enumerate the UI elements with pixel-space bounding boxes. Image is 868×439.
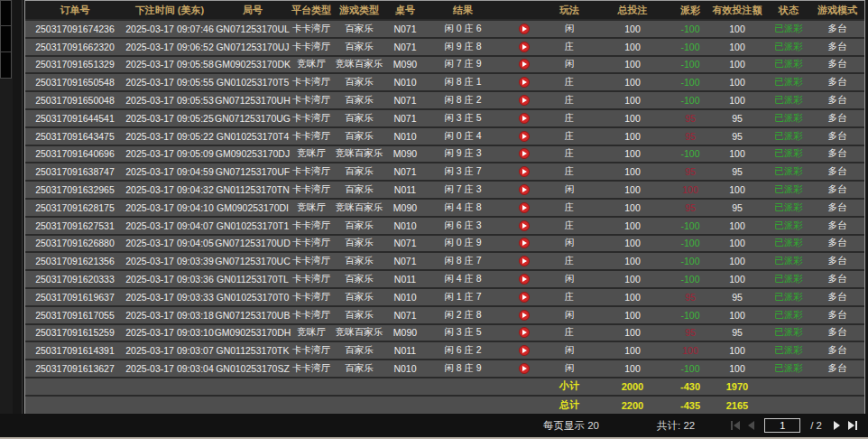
cell-valid-bet: 100 — [707, 236, 767, 252]
cell-payout: -100 — [673, 218, 707, 234]
cell-bet-method: 闲 — [547, 307, 592, 323]
cell-round-number: GM090253170DJ — [215, 146, 291, 163]
cell-total-bet: 100 — [592, 21, 673, 37]
prev-page-button[interactable] — [748, 421, 754, 430]
panel-divider — [22, 0, 23, 414]
cell-payout: 95 — [673, 128, 707, 145]
play-video-button[interactable] — [519, 131, 530, 142]
col-header-valid-bet: 有效投注额 — [707, 1, 767, 19]
cell-game-mode: 多台 — [810, 163, 864, 180]
play-icon — [522, 61, 527, 67]
play-video-button[interactable] — [519, 327, 530, 338]
play-video-button[interactable] — [519, 345, 530, 356]
table-row: 250317091650548 2025-03-17 09:05:55 GN01… — [25, 74, 864, 92]
cell-total-bet: 100 — [592, 325, 673, 341]
play-video-button[interactable] — [519, 310, 530, 321]
cell-valid-bet: 100 — [707, 182, 767, 198]
cell-order-number: 250317091620333 — [25, 271, 125, 287]
first-page-button[interactable] — [731, 421, 740, 430]
cell-table-number: N011 — [386, 342, 424, 359]
cell-bet-method: 闲 — [547, 342, 592, 359]
play-video-button[interactable] — [519, 202, 530, 213]
cell-game-mode: 多台 — [810, 307, 864, 323]
play-video-button[interactable] — [519, 256, 530, 266]
play-icon — [522, 26, 527, 32]
table-row: 250317091619637 2025-03-17 09:03:33 GN01… — [25, 289, 864, 307]
cell-platform: 卡卡湾厅 — [291, 92, 332, 108]
cell-round-number: GN071253170UJ — [215, 39, 291, 55]
play-video-button[interactable] — [519, 274, 530, 285]
page-total-label: / 2 — [810, 420, 822, 431]
cell-order-number: 250317091674236 — [25, 21, 125, 37]
cell-round-number: GN010253170T0 — [215, 289, 291, 305]
cell-round-number: GN011253170TN — [215, 182, 291, 198]
play-video-button[interactable] — [519, 23, 530, 34]
play-video-button[interactable] — [519, 166, 530, 177]
cell-payout: 100 — [673, 182, 707, 198]
play-video-button[interactable] — [519, 59, 530, 70]
table-row: 250317091651329 2025-03-17 09:05:58 GM09… — [25, 57, 864, 75]
cell-platform: 卡卡湾厅 — [291, 182, 332, 198]
cell-play — [502, 74, 547, 90]
cell-order-number: 250317091619637 — [25, 289, 125, 305]
cell-game-type: 百家乐 — [332, 39, 386, 55]
cell-game-type: 竞咪百家乐 — [332, 200, 386, 216]
subtotal-valid-bet: 1970 — [707, 378, 767, 395]
cell-platform: 卡卡湾厅 — [291, 128, 332, 145]
cell-platform: 竞咪厅 — [291, 325, 332, 341]
cell-table-number: N071 — [386, 253, 424, 269]
last-page-button[interactable] — [848, 421, 857, 430]
play-video-button[interactable] — [519, 220, 530, 231]
next-page-button[interactable] — [834, 421, 840, 430]
cell-game-mode: 多台 — [810, 21, 864, 37]
cell-status: 已派彩 — [767, 271, 810, 287]
cell-table-number: N071 — [386, 163, 424, 180]
cell-game-mode: 多台 — [810, 110, 864, 126]
play-icon — [522, 223, 527, 229]
play-video-button[interactable] — [519, 95, 530, 106]
next-page-icon — [834, 421, 840, 430]
cell-game-type: 百家乐 — [332, 271, 386, 287]
col-header-round: 局号 — [215, 1, 291, 19]
cell-status: 已派彩 — [767, 39, 810, 55]
play-video-button[interactable] — [519, 113, 530, 124]
grand-total-payout: -435 — [673, 397, 707, 415]
cell-round-number: GN010253170T4 — [215, 128, 291, 145]
cell-platform: 竞咪厅 — [291, 146, 332, 163]
records-table: 订单号 下注时间 (美东) 局号 平台类型 游戏类型 桌号 结果 玩法 总投注 … — [24, 0, 865, 414]
play-video-button[interactable] — [519, 148, 530, 159]
cell-table-number: M090 — [386, 146, 424, 163]
cell-valid-bet: 95 — [707, 200, 767, 216]
cell-order-number: 250317091628175 — [25, 200, 125, 216]
cell-bet-method: 庄 — [547, 218, 592, 234]
play-video-button[interactable] — [519, 42, 530, 52]
subtotal-empty — [767, 378, 810, 395]
cell-game-mode: 多台 — [810, 39, 864, 55]
play-video-button[interactable] — [519, 363, 530, 374]
cell-round-number: GN071253170UB — [215, 307, 291, 323]
page-number-input[interactable] — [764, 418, 800, 433]
cell-platform: 卡卡湾厅 — [291, 218, 332, 234]
cell-valid-bet: 95 — [707, 128, 767, 145]
cell-game-mode: 多台 — [810, 128, 864, 145]
cell-total-bet: 100 — [592, 57, 673, 73]
cell-game-mode: 多台 — [810, 289, 864, 305]
cell-result: 闲 7 庄 3 — [424, 182, 502, 198]
cell-play — [502, 21, 547, 37]
cell-result: 闲 6 庄 3 — [424, 218, 502, 234]
play-video-button[interactable] — [519, 184, 530, 195]
play-video-button[interactable] — [519, 77, 530, 88]
cell-status: 已派彩 — [767, 74, 810, 90]
subtotal-row: 小计 2000 -430 1970 — [25, 378, 864, 397]
play-video-button[interactable] — [519, 292, 530, 303]
cell-status: 已派彩 — [767, 218, 810, 234]
cell-platform: 卡卡湾厅 — [291, 21, 332, 37]
table-row: 250317091627531 2025-03-17 09:04:07 GN01… — [25, 218, 864, 236]
cell-game-mode: 多台 — [810, 342, 864, 359]
cell-table-number: M090 — [386, 200, 424, 216]
col-header-time: 下注时间 (美东) — [125, 1, 215, 19]
cell-round-number: GM090253170DK — [215, 57, 291, 73]
cell-status: 已派彩 — [767, 360, 810, 377]
play-video-button[interactable] — [519, 238, 530, 248]
cell-bet-time: 2025-03-17 09:05:55 — [125, 74, 215, 90]
